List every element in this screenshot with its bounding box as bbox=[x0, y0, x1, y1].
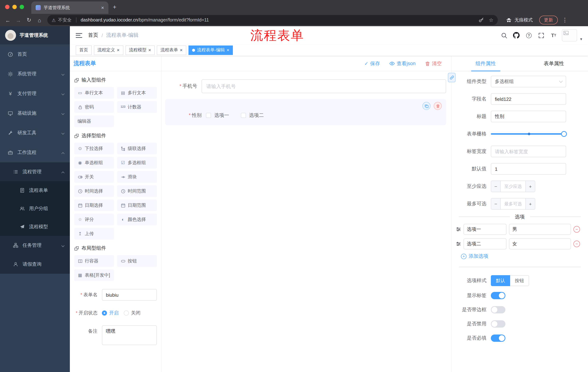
slider-handle[interactable] bbox=[561, 131, 567, 137]
palette-item-time-range[interactable]: 时间范围 bbox=[117, 185, 157, 197]
window-minimize-button[interactable] bbox=[12, 5, 17, 9]
tag-close-icon[interactable]: × bbox=[117, 48, 119, 53]
sidebar-item-process-model[interactable]: 流程模型 bbox=[0, 218, 70, 236]
reload-button[interactable]: ↻ bbox=[24, 15, 34, 25]
browser-menu-icon[interactable]: ⋮ bbox=[562, 17, 568, 23]
sidebar-item-user-groups[interactable]: 用户分组 bbox=[0, 200, 70, 218]
form-grid-slider[interactable] bbox=[491, 128, 566, 140]
new-tab-button[interactable]: + bbox=[113, 4, 116, 11]
drag-handle-icon[interactable] bbox=[456, 227, 461, 232]
font-size-icon[interactable]: TT bbox=[550, 31, 558, 39]
option-value-input[interactable] bbox=[509, 224, 571, 235]
palette-item-multi-line-text[interactable]: ▤多行文本 bbox=[117, 87, 157, 99]
view-json-button[interactable]: 查看json bbox=[389, 60, 416, 67]
sidebar-item-devtools[interactable]: 研发工具 bbox=[0, 123, 70, 143]
github-icon[interactable] bbox=[513, 31, 521, 39]
show-label-toggle[interactable] bbox=[491, 292, 505, 299]
tab-form-props[interactable]: 表单属性 bbox=[520, 56, 588, 71]
gender-checkbox-option1[interactable]: 选项一 bbox=[206, 112, 229, 119]
help-icon[interactable]: ? bbox=[525, 31, 533, 39]
palette-item-radio-group[interactable]: ◉单选框组 bbox=[74, 157, 114, 169]
sidebar-item-infrastructure[interactable]: 基础设施 bbox=[0, 103, 70, 123]
tab-close-icon[interactable]: × bbox=[100, 5, 105, 11]
palette-item-password[interactable]: 密码 bbox=[74, 101, 114, 113]
canvas-body[interactable]: 手机号 bbox=[162, 71, 451, 372]
back-button[interactable]: ← bbox=[3, 15, 13, 25]
field-name-input[interactable] bbox=[491, 93, 566, 105]
disabled-toggle[interactable] bbox=[491, 320, 505, 328]
sidebar-item-payment[interactable]: ¥ 支付管理 bbox=[0, 84, 70, 103]
selected-component[interactable]: 性别 选项一 选项二 bbox=[165, 99, 446, 125]
sidebar-item-task-management[interactable]: 任务管理 bbox=[0, 236, 70, 255]
form-remark-textarea[interactable]: 嘿嘿 bbox=[102, 325, 157, 345]
palette-item-color-picker[interactable]: ◐颜色选择 bbox=[117, 214, 157, 225]
save-button[interactable]: ✓ 保存 bbox=[364, 60, 380, 67]
tag-close-icon[interactable]: × bbox=[180, 48, 182, 53]
remove-option-icon[interactable]: − bbox=[573, 241, 580, 247]
palette-item-table[interactable]: ▦表格[开发中] bbox=[74, 269, 114, 281]
status-radio-on[interactable]: 开启 bbox=[102, 310, 119, 316]
palette-item-switch[interactable]: 开关 bbox=[74, 171, 114, 183]
clear-button[interactable]: 清空 bbox=[425, 60, 442, 67]
avatar[interactable] bbox=[562, 29, 577, 42]
palette-item-upload[interactable]: ↥上传 bbox=[74, 228, 114, 240]
security-label[interactable]: 不安全 bbox=[58, 17, 72, 23]
phone-field[interactable]: 手机号 bbox=[165, 79, 446, 93]
gender-field[interactable]: 性别 选项一 选项二 bbox=[169, 112, 442, 119]
increase-button[interactable]: + bbox=[525, 181, 535, 192]
palette-item-counter[interactable]: 123计数器 bbox=[117, 101, 157, 113]
window-close-button[interactable] bbox=[5, 5, 10, 9]
palette-item-select[interactable]: ⊙下拉选择 bbox=[74, 143, 114, 154]
decrease-button[interactable]: − bbox=[491, 198, 501, 209]
sidebar-item-process-management[interactable]: 流程管理 bbox=[0, 162, 70, 181]
url-text[interactable]: dashboard.yudao.iocoder.cn/bpm/manager/f… bbox=[81, 18, 475, 22]
option-label-input[interactable] bbox=[463, 224, 506, 235]
drag-handle-icon[interactable] bbox=[456, 241, 461, 246]
breadcrumb-home[interactable]: 首页 bbox=[88, 32, 98, 39]
fullscreen-icon[interactable] bbox=[537, 31, 545, 39]
palette-item-checkbox-group[interactable]: ☑多选框组 bbox=[117, 157, 157, 169]
tab-component-props[interactable]: 组件属性 bbox=[452, 56, 520, 71]
label-width-input[interactable] bbox=[491, 146, 566, 157]
tag-home[interactable]: 首页 bbox=[76, 45, 92, 55]
delete-component-button[interactable] bbox=[434, 102, 442, 110]
style-default-button[interactable]: 默认 bbox=[491, 275, 510, 286]
tag-process-form[interactable]: 流程表单× bbox=[157, 45, 186, 55]
link-icon[interactable] bbox=[448, 73, 456, 82]
form-name-input[interactable] bbox=[102, 289, 157, 301]
tag-process-model[interactable]: 流程模型× bbox=[125, 45, 155, 55]
sidebar-logo[interactable]: 芋道管理系统 bbox=[0, 26, 70, 44]
bookmark-star-icon[interactable]: ☆ bbox=[489, 17, 494, 23]
browser-tab[interactable]: 芋道管理系统 × bbox=[31, 1, 108, 14]
min-select-stepper[interactable]: − 至少应选 + bbox=[491, 181, 535, 192]
sidebar-item-process-form[interactable]: 流程表单 bbox=[0, 181, 70, 200]
sidebar-item-home[interactable]: 首页 bbox=[0, 44, 70, 64]
title-input[interactable] bbox=[491, 111, 566, 122]
status-radio-off[interactable]: 关闭 bbox=[124, 310, 140, 316]
palette-item-single-line-text[interactable]: ▭单行文本 bbox=[74, 87, 114, 99]
decrease-button[interactable]: − bbox=[491, 181, 501, 192]
palette-item-row-container[interactable]: 行容器 bbox=[74, 255, 114, 267]
tag-close-icon[interactable]: × bbox=[227, 48, 230, 53]
palette-item-editor[interactable]: 编辑器 bbox=[74, 115, 114, 127]
style-button-button[interactable]: 按钮 bbox=[510, 275, 529, 286]
palette-item-cascader[interactable]: 级联选择 bbox=[117, 143, 157, 154]
tag-process-form-edit[interactable]: 流程表单-编辑× bbox=[189, 45, 233, 55]
option-value-input[interactable] bbox=[509, 238, 571, 249]
address-bar[interactable]: ⚠ 不安全 dashboard.yudao.iocoder.cn/bpm/man… bbox=[47, 15, 498, 25]
copy-component-button[interactable] bbox=[422, 102, 430, 110]
max-select-stepper[interactable]: − 最多可选 + bbox=[491, 198, 535, 210]
phone-input[interactable] bbox=[202, 79, 446, 93]
palette-item-slider[interactable]: 滑块 bbox=[117, 171, 157, 183]
sidebar-item-workflow[interactable]: 工作流程 bbox=[0, 143, 70, 162]
component-type-select[interactable]: 多选框组 bbox=[491, 76, 566, 87]
sidebar-item-leave-query[interactable]: 请假查询 bbox=[0, 255, 70, 274]
forward-button[interactable]: → bbox=[13, 15, 23, 25]
border-toggle[interactable] bbox=[491, 306, 505, 313]
palette-item-button[interactable]: 按钮 bbox=[117, 255, 157, 267]
palette-item-time-picker[interactable]: 时间选择 bbox=[74, 185, 114, 197]
tag-process-definition[interactable]: 流程定义× bbox=[94, 45, 123, 55]
caret-down-icon[interactable]: ▾ bbox=[580, 37, 582, 42]
password-key-icon[interactable] bbox=[477, 16, 485, 24]
palette-item-date-range[interactable]: 日期范围 bbox=[117, 200, 157, 211]
